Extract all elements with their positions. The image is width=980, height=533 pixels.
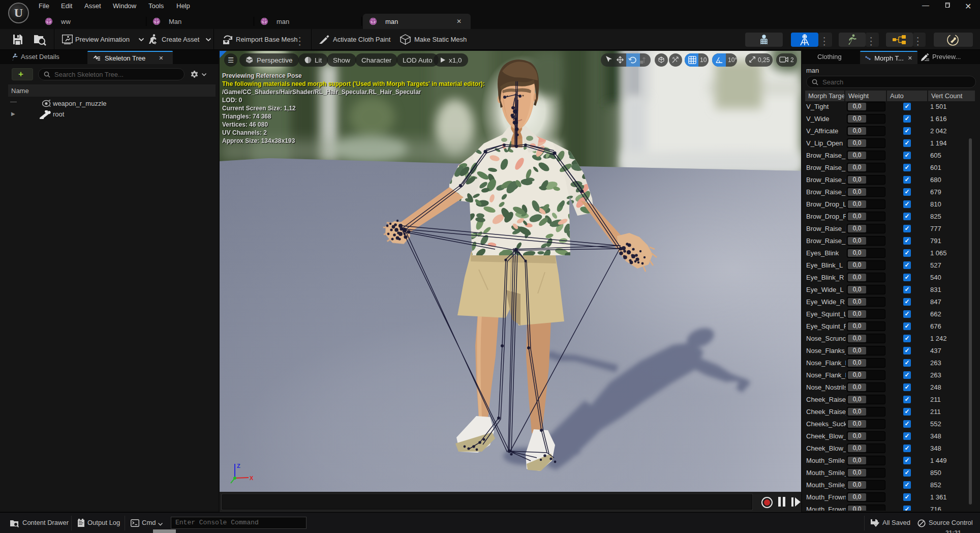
svg-text:Z: Z [237,463,240,469]
svg-text:X: X [250,475,254,481]
